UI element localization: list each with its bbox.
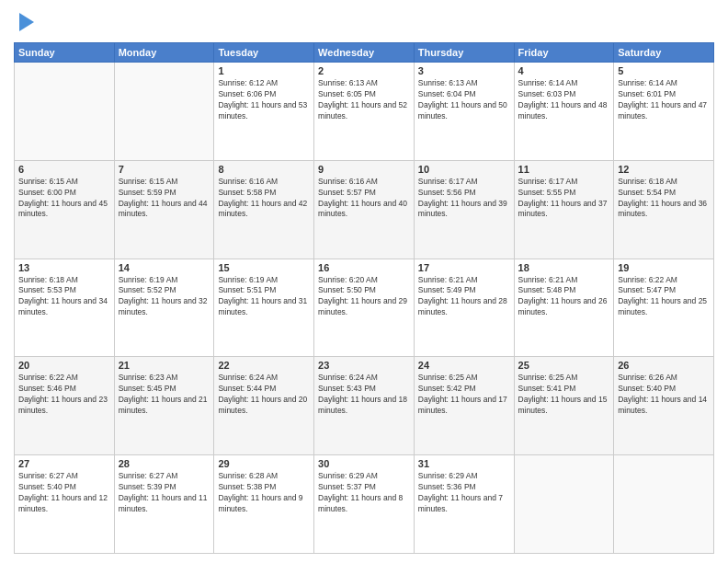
calendar-header-row: SundayMondayTuesdayWednesdayThursdayFrid… (15, 43, 714, 63)
day-info: Sunrise: 6:14 AMSunset: 6:01 PMDaylight:… (618, 78, 710, 122)
day-info: Sunrise: 6:21 AMSunset: 5:49 PMDaylight:… (418, 275, 510, 319)
day-info: Sunrise: 6:14 AMSunset: 6:03 PMDaylight:… (518, 78, 610, 122)
day-info: Sunrise: 6:15 AMSunset: 6:00 PMDaylight:… (18, 177, 110, 221)
page: SundayMondayTuesdayWednesdayThursdayFrid… (0, 0, 728, 563)
day-number: 21 (119, 360, 210, 371)
calendar-cell: 16Sunrise: 6:20 AMSunset: 5:50 PMDayligh… (314, 259, 415, 357)
calendar-cell: 31Sunrise: 6:29 AMSunset: 5:36 PMDayligh… (414, 455, 514, 554)
calendar-week-1: 1Sunrise: 6:12 AMSunset: 6:06 PMDaylight… (15, 63, 714, 161)
calendar-cell: 19Sunrise: 6:22 AMSunset: 5:47 PMDayligh… (614, 259, 714, 357)
day-header-friday: Friday (514, 43, 614, 63)
calendar-cell: 21Sunrise: 6:23 AMSunset: 5:45 PMDayligh… (114, 357, 214, 455)
calendar-cell: 27Sunrise: 6:27 AMSunset: 5:40 PMDayligh… (15, 455, 115, 554)
day-number: 22 (218, 360, 310, 371)
day-number: 12 (618, 164, 710, 175)
calendar-cell: 12Sunrise: 6:18 AMSunset: 5:54 PMDayligh… (614, 160, 714, 259)
calendar-cell: 7Sunrise: 6:15 AMSunset: 5:59 PMDaylight… (114, 160, 214, 259)
day-header-tuesday: Tuesday (214, 43, 314, 63)
day-header-saturday: Saturday (614, 43, 714, 63)
calendar-cell: 22Sunrise: 6:24 AMSunset: 5:44 PMDayligh… (214, 357, 314, 455)
calendar-cell (614, 455, 714, 554)
day-info: Sunrise: 6:19 AMSunset: 5:52 PMDaylight:… (119, 275, 210, 319)
day-number: 17 (418, 262, 510, 273)
day-number: 26 (618, 360, 710, 371)
calendar-cell: 4Sunrise: 6:14 AMSunset: 6:03 PMDaylight… (514, 63, 614, 161)
calendar-cell: 2Sunrise: 6:13 AMSunset: 6:05 PMDaylight… (314, 63, 415, 161)
calendar-cell: 26Sunrise: 6:26 AMSunset: 5:40 PMDayligh… (614, 357, 714, 455)
day-number: 7 (119, 164, 210, 175)
day-info: Sunrise: 6:23 AMSunset: 5:45 PMDaylight:… (119, 373, 210, 417)
day-number: 27 (18, 458, 110, 469)
day-info: Sunrise: 6:29 AMSunset: 5:37 PMDaylight:… (318, 471, 410, 515)
calendar-cell: 10Sunrise: 6:17 AMSunset: 5:56 PMDayligh… (414, 160, 514, 259)
day-number: 31 (418, 458, 510, 469)
header (14, 9, 714, 35)
day-number: 8 (218, 164, 310, 175)
calendar-cell: 6Sunrise: 6:15 AMSunset: 6:00 PMDaylight… (15, 160, 115, 259)
calendar-week-5: 27Sunrise: 6:27 AMSunset: 5:40 PMDayligh… (15, 455, 714, 554)
day-info: Sunrise: 6:28 AMSunset: 5:38 PMDaylight:… (218, 471, 310, 515)
day-number: 20 (18, 360, 110, 371)
day-info: Sunrise: 6:16 AMSunset: 5:58 PMDaylight:… (218, 177, 310, 221)
day-info: Sunrise: 6:15 AMSunset: 5:59 PMDaylight:… (119, 177, 210, 221)
day-header-wednesday: Wednesday (314, 43, 415, 63)
svg-marker-0 (19, 13, 34, 31)
day-info: Sunrise: 6:18 AMSunset: 5:54 PMDaylight:… (618, 177, 710, 221)
calendar-cell: 29Sunrise: 6:28 AMSunset: 5:38 PMDayligh… (214, 455, 314, 554)
day-number: 24 (418, 360, 510, 371)
calendar-cell: 14Sunrise: 6:19 AMSunset: 5:52 PMDayligh… (114, 259, 214, 357)
day-header-monday: Monday (114, 43, 214, 63)
day-number: 16 (318, 262, 410, 273)
calendar-cell: 11Sunrise: 6:17 AMSunset: 5:55 PMDayligh… (514, 160, 614, 259)
day-info: Sunrise: 6:19 AMSunset: 5:51 PMDaylight:… (218, 275, 310, 319)
day-number: 10 (418, 164, 510, 175)
calendar-week-3: 13Sunrise: 6:18 AMSunset: 5:53 PMDayligh… (15, 259, 714, 357)
day-number: 25 (518, 360, 610, 371)
day-info: Sunrise: 6:20 AMSunset: 5:50 PMDaylight:… (318, 275, 410, 319)
calendar-cell: 3Sunrise: 6:13 AMSunset: 6:04 PMDaylight… (414, 63, 514, 161)
day-number: 28 (119, 458, 210, 469)
calendar-cell: 24Sunrise: 6:25 AMSunset: 5:42 PMDayligh… (414, 357, 514, 455)
day-info: Sunrise: 6:21 AMSunset: 5:48 PMDaylight:… (518, 275, 610, 319)
calendar-cell (15, 63, 115, 161)
day-number: 14 (119, 262, 210, 273)
day-number: 1 (218, 65, 310, 76)
day-info: Sunrise: 6:25 AMSunset: 5:41 PMDaylight:… (518, 373, 610, 417)
day-info: Sunrise: 6:24 AMSunset: 5:43 PMDaylight:… (318, 373, 410, 417)
day-info: Sunrise: 6:13 AMSunset: 6:04 PMDaylight:… (418, 78, 510, 122)
calendar-cell: 8Sunrise: 6:16 AMSunset: 5:58 PMDaylight… (214, 160, 314, 259)
day-info: Sunrise: 6:18 AMSunset: 5:53 PMDaylight:… (18, 275, 110, 319)
calendar-cell: 30Sunrise: 6:29 AMSunset: 5:37 PMDayligh… (314, 455, 415, 554)
day-number: 29 (218, 458, 310, 469)
day-number: 18 (518, 262, 610, 273)
day-header-thursday: Thursday (414, 43, 514, 63)
calendar-cell: 5Sunrise: 6:14 AMSunset: 6:01 PMDaylight… (614, 63, 714, 161)
day-number: 30 (318, 458, 410, 469)
calendar-cell: 15Sunrise: 6:19 AMSunset: 5:51 PMDayligh… (214, 259, 314, 357)
calendar-cell: 28Sunrise: 6:27 AMSunset: 5:39 PMDayligh… (114, 455, 214, 554)
day-number: 4 (518, 65, 610, 76)
day-number: 2 (318, 65, 410, 76)
day-number: 23 (318, 360, 410, 371)
day-number: 3 (418, 65, 510, 76)
day-number: 11 (518, 164, 610, 175)
day-info: Sunrise: 6:29 AMSunset: 5:36 PMDaylight:… (418, 471, 510, 515)
calendar-week-2: 6Sunrise: 6:15 AMSunset: 6:00 PMDaylight… (15, 160, 714, 259)
day-info: Sunrise: 6:16 AMSunset: 5:57 PMDaylight:… (318, 177, 410, 221)
day-number: 13 (18, 262, 110, 273)
day-info: Sunrise: 6:25 AMSunset: 5:42 PMDaylight:… (418, 373, 510, 417)
day-info: Sunrise: 6:13 AMSunset: 6:05 PMDaylight:… (318, 78, 410, 122)
day-info: Sunrise: 6:17 AMSunset: 5:56 PMDaylight:… (418, 177, 510, 221)
calendar-cell (114, 63, 214, 161)
day-info: Sunrise: 6:27 AMSunset: 5:40 PMDaylight:… (18, 471, 110, 515)
calendar-cell: 18Sunrise: 6:21 AMSunset: 5:48 PMDayligh… (514, 259, 614, 357)
day-header-sunday: Sunday (15, 43, 115, 63)
calendar-week-4: 20Sunrise: 6:22 AMSunset: 5:46 PMDayligh… (15, 357, 714, 455)
day-info: Sunrise: 6:27 AMSunset: 5:39 PMDaylight:… (119, 471, 210, 515)
day-info: Sunrise: 6:22 AMSunset: 5:46 PMDaylight:… (18, 373, 110, 417)
day-number: 9 (318, 164, 410, 175)
calendar-cell: 25Sunrise: 6:25 AMSunset: 5:41 PMDayligh… (514, 357, 614, 455)
day-number: 19 (618, 262, 710, 273)
calendar-cell: 23Sunrise: 6:24 AMSunset: 5:43 PMDayligh… (314, 357, 415, 455)
calendar-cell: 1Sunrise: 6:12 AMSunset: 6:06 PMDaylight… (214, 63, 314, 161)
